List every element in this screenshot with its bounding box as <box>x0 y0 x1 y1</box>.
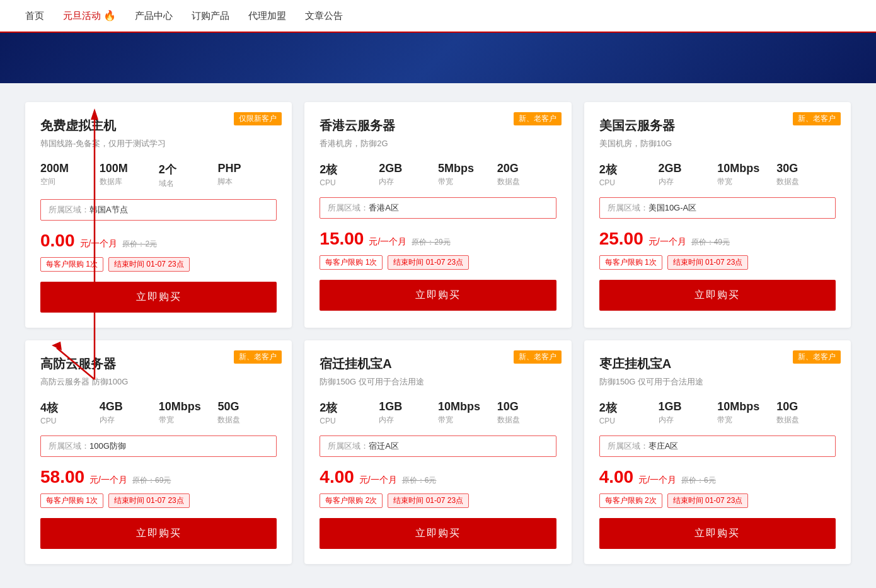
limit-tag-5: 每客户限购 2次 <box>599 493 662 508</box>
price-main-5: 4.00 <box>599 467 634 487</box>
spec-value-1-2: 5Mbps <box>438 162 497 175</box>
spec-label-5-2: 带宽 <box>717 415 776 425</box>
price-main-4: 4.00 <box>320 467 354 487</box>
spec-value-5-3: 10G <box>776 400 836 413</box>
buy-button-0[interactable]: 立即购买 <box>40 282 277 313</box>
spec-label-0-1: 数据库 <box>100 176 159 187</box>
spec-value-1-3: 20G <box>497 162 556 175</box>
product-subtitle-4: 防御150G 仅可用于合法用途 <box>320 376 556 388</box>
deadline-tag-4: 结束时间 01-07 23点 <box>388 493 469 508</box>
spec-item-1-3: 20G 数据盘 <box>497 162 556 187</box>
nav-item-products[interactable]: 产品中心 <box>135 10 173 22</box>
spec-label-5-0: CPU <box>599 417 659 425</box>
spec-label-1-2: 带宽 <box>438 176 497 187</box>
spec-item-5-3: 10G 数据盘 <box>776 400 836 425</box>
nav-item-newyear[interactable]: 元旦活动 🔥 <box>63 9 116 22</box>
product-region-0: 所属区域：韩国A节点 <box>40 199 277 221</box>
region-label-2: 所属区域： <box>608 203 648 212</box>
product-subtitle-1: 香港机房，防御2G <box>320 138 556 149</box>
nav-item-articles[interactable]: 文章公告 <box>305 10 343 22</box>
spec-item-2-0: 2核 CPU <box>599 162 659 187</box>
spec-item-0-3: PHP 脚本 <box>217 162 277 189</box>
nav-item-agency[interactable]: 代理加盟 <box>248 10 286 22</box>
price-main-3: 58.00 <box>40 467 84 487</box>
region-label-0: 所属区域： <box>49 205 89 214</box>
region-label-4: 所属区域： <box>328 441 369 451</box>
limit-tag-2: 每客户限购 1次 <box>599 255 662 270</box>
price-orig-2: 原价：49元 <box>691 237 730 248</box>
spec-item-4-0: 2核 CPU <box>320 400 379 425</box>
spec-item-1-2: 5Mbps 带宽 <box>438 162 497 187</box>
product-subtitle-0: 韩国线路-免备案，仅用于测试学习 <box>40 138 277 149</box>
price-row-3: 58.00 元/一个月 原价：69元 <box>40 467 277 487</box>
nav-item-order[interactable]: 订购产品 <box>192 10 229 22</box>
price-unit-0: 元/一个月 <box>80 238 118 250</box>
spec-item-4-1: 1GB 内存 <box>379 400 438 425</box>
spec-value-3-2: 10Mbps <box>159 400 218 413</box>
spec-label-4-2: 带宽 <box>438 415 497 425</box>
spec-value-4-1: 1GB <box>379 400 438 413</box>
spec-value-5-1: 1GB <box>659 400 718 413</box>
spec-item-5-2: 10Mbps 带宽 <box>717 400 776 425</box>
deadline-tag-1: 结束时间 01-07 23点 <box>388 255 469 270</box>
main-content: 仅限新客户 免费虚拟主机 韩国线路-免备案，仅用于测试学习 200M 空间 10… <box>0 83 876 583</box>
spec-value-3-0: 4核 <box>40 400 100 415</box>
limit-tag-1: 每客户限购 1次 <box>320 255 383 270</box>
product-subtitle-5: 防御150G 仅可用于合法用途 <box>599 376 836 388</box>
spec-label-5-1: 内存 <box>659 415 718 425</box>
product-specs-1: 2核 CPU 2GB 内存 5Mbps 带宽 20G 数据盘 <box>320 162 556 187</box>
spec-item-3-0: 4核 CPU <box>40 400 100 425</box>
spec-label-1-3: 数据盘 <box>497 176 556 187</box>
price-row-5: 4.00 元/一个月 原价：6元 <box>599 467 836 487</box>
product-region-5: 所属区域：枣庄A区 <box>599 435 836 457</box>
product-badge-0: 仅限新客户 <box>234 112 282 125</box>
product-region-4: 所属区域：宿迁A区 <box>320 435 556 457</box>
spec-label-0-2: 域名 <box>159 178 218 189</box>
deadline-tag-2: 结束时间 01-07 23点 <box>667 255 749 270</box>
spec-value-0-2: 2个 <box>159 162 218 177</box>
product-specs-2: 2核 CPU 2GB 内存 10Mbps 带宽 30G 数据盘 <box>599 162 836 187</box>
spec-label-1-0: CPU <box>320 178 379 187</box>
product-region-2: 所属区域：美国10G-A区 <box>599 197 836 219</box>
price-unit-3: 元/一个月 <box>89 475 127 486</box>
spec-label-3-0: CPU <box>40 417 100 425</box>
spec-value-2-2: 10Mbps <box>717 162 776 175</box>
spec-item-4-3: 10G 数据盘 <box>497 400 556 425</box>
product-grid: 仅限新客户 免费虚拟主机 韩国线路-免备案，仅用于测试学习 200M 空间 10… <box>25 102 851 564</box>
nav-item-home[interactable]: 首页 <box>25 10 44 22</box>
spec-item-2-3: 30G 数据盘 <box>776 162 836 187</box>
product-subtitle-3: 高防云服务器 防御100G <box>40 376 277 388</box>
buy-button-1[interactable]: 立即购买 <box>320 280 556 311</box>
spec-label-3-3: 数据盘 <box>217 415 277 425</box>
product-region-3: 所属区域：100G防御 <box>40 435 277 457</box>
price-row-0: 0.00 元/一个月 原价：2元 <box>40 231 277 251</box>
nav-bar: 首页 元旦活动 🔥 产品中心 订购产品 代理加盟 文章公告 <box>0 0 876 33</box>
tags-row-1: 每客户限购 1次 结束时间 01-07 23点 <box>320 255 556 270</box>
banner <box>0 33 876 83</box>
spec-label-0-0: 空间 <box>40 176 100 187</box>
region-label-5: 所属区域： <box>608 441 648 451</box>
price-unit-1: 元/一个月 <box>369 236 406 248</box>
spec-value-2-0: 2核 <box>599 162 659 177</box>
spec-label-2-1: 内存 <box>659 176 718 187</box>
price-main-0: 0.00 <box>40 231 75 251</box>
product-region-1: 所属区域：香港A区 <box>320 197 556 219</box>
limit-tag-3: 每客户限购 1次 <box>40 493 103 508</box>
spec-label-2-3: 数据盘 <box>776 176 836 187</box>
tags-row-2: 每客户限购 1次 结束时间 01-07 23点 <box>599 255 836 270</box>
buy-button-2[interactable]: 立即购买 <box>599 280 836 311</box>
deadline-tag-0: 结束时间 01-07 23点 <box>108 257 190 272</box>
spec-value-1-1: 2GB <box>379 162 438 175</box>
spec-value-2-1: 2GB <box>659 162 718 175</box>
price-unit-5: 元/一个月 <box>638 475 676 486</box>
buy-button-3[interactable]: 立即购买 <box>40 518 277 549</box>
buy-button-4[interactable]: 立即购买 <box>320 518 556 549</box>
product-specs-3: 4核 CPU 4GB 内存 10Mbps 带宽 50G 数据盘 <box>40 400 277 425</box>
product-badge-1: 新、老客户 <box>514 112 562 125</box>
product-card-2: 新、老客户 美国云服务器 美国机房，防御10G 2核 CPU 2GB 内存 10… <box>584 102 851 328</box>
spec-item-5-0: 2核 CPU <box>599 400 659 425</box>
spec-item-0-1: 100M 数据库 <box>100 162 159 189</box>
spec-value-4-0: 2核 <box>320 400 379 415</box>
product-badge-4: 新、老客户 <box>514 350 562 364</box>
buy-button-5[interactable]: 立即购买 <box>599 518 836 549</box>
